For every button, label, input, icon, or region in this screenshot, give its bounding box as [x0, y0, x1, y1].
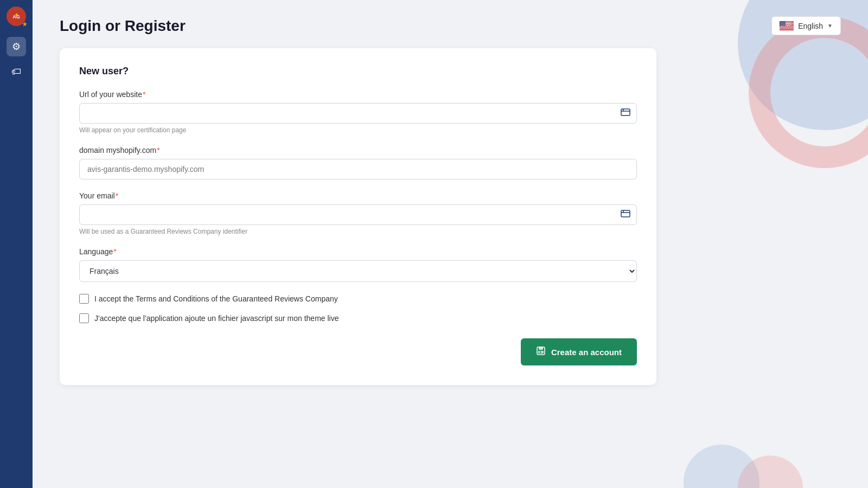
email-required: * — [116, 191, 118, 200]
javascript-label: J'accepte que l'application ajoute un fi… — [94, 314, 339, 323]
form-footer: Create an account — [79, 338, 637, 365]
language-selector[interactable]: ★ ★ ★ ★ ★ ★ ★ ★ ★ ★ ★ ★ ★ ★ ★ ★ ★ ★ ★ ★ … — [771, 16, 841, 35]
flag-icon: ★ ★ ★ ★ ★ ★ ★ ★ ★ ★ ★ ★ ★ ★ ★ ★ ★ ★ ★ ★ … — [780, 21, 794, 30]
email-input-wrapper — [79, 204, 637, 225]
tag-icon: 🏷 — [11, 66, 21, 78]
terms-checkbox[interactable] — [79, 294, 89, 304]
language-select[interactable]: Français English Español Deutsch — [79, 260, 637, 282]
email-field-group: Your email* Will be used as a Guaranteed… — [79, 191, 637, 235]
url-input-wrapper — [79, 103, 637, 124]
url-input[interactable] — [79, 103, 637, 124]
url-field-group: Url of your website* Will appear on your… — [79, 90, 637, 134]
svg-rect-30 — [540, 351, 541, 353]
app-logo: AG — [7, 7, 26, 26]
email-hint: Will be used as a Guaranteed Reviews Com… — [79, 228, 637, 235]
sidebar: AG ⚙ 🏷 — [0, 0, 33, 488]
chevron-down-icon: ▼ — [827, 23, 833, 29]
svg-rect-13 — [780, 28, 794, 29]
email-input-icon — [621, 209, 630, 221]
email-label: Your email* — [79, 191, 637, 200]
svg-rect-15 — [780, 30, 794, 30]
url-required: * — [143, 90, 145, 99]
svg-rect-11 — [780, 27, 794, 27]
svg-rect-14 — [780, 29, 794, 29]
svg-rect-12 — [780, 28, 794, 28]
language-label: Language* — [79, 247, 637, 256]
url-input-icon — [621, 107, 630, 119]
javascript-checkbox-group: J'accepte que l'application ajoute un fi… — [79, 313, 637, 323]
domain-required: * — [157, 146, 159, 155]
svg-rect-24 — [621, 210, 630, 217]
language-required: * — [113, 247, 116, 256]
email-input[interactable] — [79, 204, 637, 225]
page-title: Login or Register — [60, 17, 186, 35]
svg-rect-21 — [621, 109, 630, 115]
registration-form-card: New user? Url of your website* — [60, 48, 656, 385]
svg-text:★ ★ ★ ★ ★: ★ ★ ★ ★ ★ — [781, 24, 790, 27]
page-header: Login or Register — [60, 16, 841, 35]
content-area: Login or Register — [33, 0, 868, 488]
language-label: English — [798, 22, 823, 30]
svg-rect-28 — [539, 347, 543, 350]
sidebar-item-settings[interactable]: ⚙ — [7, 37, 26, 56]
main-content: Login or Register — [33, 0, 868, 488]
terms-checkbox-group: I accept the Terms and Conditions of the… — [79, 294, 637, 304]
javascript-checkbox[interactable] — [79, 313, 89, 323]
url-hint: Will appear on your certification page — [79, 126, 637, 134]
sidebar-item-tags[interactable]: 🏷 — [7, 62, 26, 81]
terms-label: I accept the Terms and Conditions of the… — [94, 294, 338, 303]
section-title: New user? — [79, 66, 637, 77]
save-icon — [536, 346, 546, 358]
create-account-label: Create an account — [551, 348, 622, 357]
url-label: Url of your website* — [79, 90, 637, 99]
domain-label: domain myshopify.com* — [79, 146, 637, 155]
language-field-group: Language* Français English Español Deuts… — [79, 247, 637, 282]
domain-field-group: domain myshopify.com* — [79, 146, 637, 179]
create-account-button[interactable]: Create an account — [521, 338, 637, 365]
domain-input[interactable] — [79, 159, 637, 179]
gear-icon: ⚙ — [12, 41, 21, 53]
